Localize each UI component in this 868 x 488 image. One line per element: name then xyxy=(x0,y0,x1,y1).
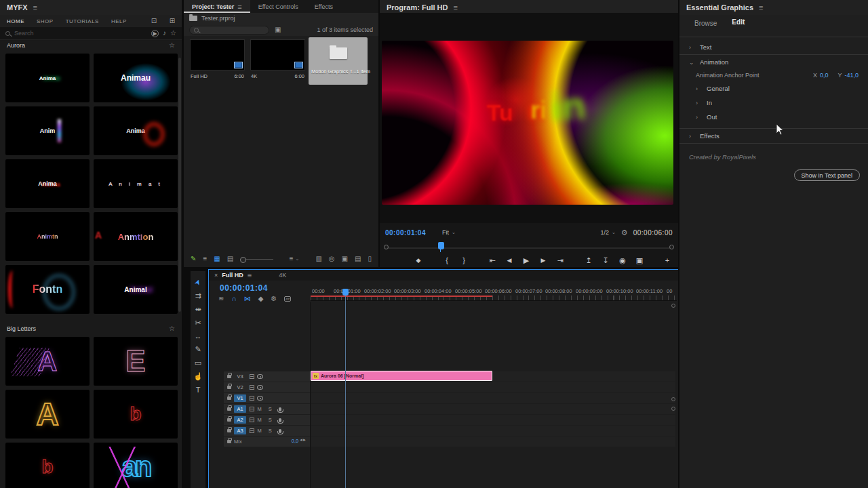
selection-tool[interactable]: ➤ xyxy=(193,278,203,287)
tab-edit[interactable]: Edit xyxy=(732,18,745,28)
panel-menu-icon[interactable]: ≡ xyxy=(759,3,763,12)
nav-tutorials[interactable]: TUTORIALS xyxy=(66,18,99,24)
project-item-4k[interactable]: 4K 6:00 xyxy=(248,37,307,85)
track-target-a2[interactable]: A2 xyxy=(234,416,246,424)
project-file-name[interactable]: Tester.prproj xyxy=(201,15,235,22)
step-forward-button[interactable]: ▶ xyxy=(538,257,549,264)
project-item-fullhd[interactable]: Full HD 6:00 xyxy=(188,37,247,85)
list-view-icon[interactable]: ≡ xyxy=(203,256,207,262)
sync-lock-icon[interactable]: ⊟ xyxy=(249,373,254,380)
solo-button[interactable]: S xyxy=(269,417,272,423)
mix-lane[interactable] xyxy=(311,436,675,447)
anchor-y-value[interactable]: -41,0 xyxy=(844,72,859,79)
track-header-a2[interactable]: A2 ⊟ M S xyxy=(224,415,310,425)
sync-lock-icon[interactable]: ⊟ xyxy=(249,428,254,434)
new-bin-icon[interactable]: ▣ xyxy=(342,256,348,262)
settings-wrench-icon[interactable]: ⚙ xyxy=(621,229,628,237)
rectangle-tool[interactable]: ▭ xyxy=(195,359,201,367)
track-target-v3[interactable]: V3 xyxy=(234,373,246,380)
template-thumbnail[interactable]: Fontn xyxy=(5,265,90,314)
program-video[interactable]: Tu ri in xyxy=(382,41,673,205)
tab-project[interactable]: Project: Tester ≡ xyxy=(184,0,250,13)
tab-browse[interactable]: Browse xyxy=(694,20,717,27)
lock-icon[interactable] xyxy=(227,429,231,432)
track-header-a1[interactable]: A1 ⊟ M S xyxy=(224,404,310,414)
template-thumbnail[interactable]: Animtn xyxy=(5,212,90,261)
template-thumbnail[interactable]: Anima xyxy=(5,54,90,102)
favorites-star-icon[interactable]: ☆ xyxy=(170,30,176,37)
template-thumbnail[interactable]: A xyxy=(5,337,90,386)
template-thumbnail[interactable]: E xyxy=(94,337,178,386)
track-target-a1[interactable]: A1 xyxy=(234,405,246,413)
show-in-text-panel-button[interactable]: Show in Text panel xyxy=(794,169,860,181)
thumbnail-zoom-slider[interactable] xyxy=(240,259,273,260)
scroll-dot[interactable] xyxy=(671,304,675,308)
mute-button[interactable]: M xyxy=(257,428,261,434)
template-thumbnail[interactable]: Anima xyxy=(5,159,90,208)
timeline-settings-icon[interactable]: ≋ xyxy=(218,296,224,302)
eg-row-animation[interactable]: ⌄ Animation xyxy=(679,55,868,69)
template-thumbnail[interactable]: A xyxy=(5,390,90,439)
program-position-timecode[interactable]: 00:00:01:04 xyxy=(385,229,426,237)
project-item-motion-graphics[interactable]: Motion Graphics T... 1 item xyxy=(309,37,368,85)
eg-row-general[interactable]: › General xyxy=(679,81,868,96)
scroll-dot[interactable] xyxy=(671,407,675,411)
myfx-search-input[interactable] xyxy=(14,30,147,37)
anchor-x-value[interactable]: 0,0 xyxy=(820,72,829,79)
timeline-ruler[interactable]: 00:00 00:00:01:00 00:00:02:00 00:00:03:0… xyxy=(311,286,677,301)
mark-out-button[interactable]: } xyxy=(458,256,469,264)
panel-menu-icon[interactable]: ≡ xyxy=(237,3,241,11)
button-editor-button[interactable]: + xyxy=(662,256,673,264)
myfx-menu-icon[interactable]: ≡ xyxy=(33,3,37,12)
sync-lock-icon[interactable]: ⊟ xyxy=(249,384,254,391)
timeline-tab-4k[interactable]: 4K xyxy=(279,272,286,279)
find-icon[interactable]: ◎ xyxy=(329,256,335,262)
lock-icon[interactable] xyxy=(227,440,231,443)
captions-icon[interactable]: cc xyxy=(284,296,291,302)
template-thumbnail[interactable]: b xyxy=(5,443,90,488)
track-header-mix[interactable]: Mix 0,0 ◄► xyxy=(224,436,310,447)
star-icon[interactable]: ☆ xyxy=(169,325,175,332)
hand-tool[interactable]: ☝ xyxy=(193,372,203,381)
voiceover-mic-icon[interactable] xyxy=(279,429,281,433)
a3-lane[interactable] xyxy=(311,426,675,436)
template-thumbnail[interactable]: Animau xyxy=(94,54,178,102)
template-thumbnail[interactable]: b xyxy=(94,390,178,439)
voiceover-mic-icon[interactable] xyxy=(279,407,281,411)
template-thumbnail[interactable]: A n i m a t xyxy=(94,159,178,208)
toggle-output-eye-icon[interactable] xyxy=(257,374,263,379)
scroll-dot[interactable] xyxy=(671,397,675,401)
template-thumbnail[interactable]: Anima xyxy=(94,106,178,155)
keyframe-nav-icon[interactable]: ◄► xyxy=(299,438,306,442)
razor-tool[interactable]: ✂ xyxy=(195,319,201,327)
voiceover-mic-icon[interactable] xyxy=(279,418,281,422)
sync-lock-icon[interactable]: ⊟ xyxy=(249,395,254,402)
export-frame-button[interactable]: ◉ xyxy=(617,256,628,265)
playback-resolution-dropdown[interactable]: 1/2 ⌄ xyxy=(600,229,615,236)
zoom-level-dropdown[interactable]: Fit ⌄ xyxy=(442,229,456,236)
project-search-field[interactable] xyxy=(189,26,269,35)
sound-icon[interactable]: ♪ xyxy=(163,30,166,37)
sync-lock-icon[interactable]: ⊟ xyxy=(249,406,254,413)
eg-row-out[interactable]: › Out xyxy=(679,110,868,124)
track-target-v2[interactable]: V2 xyxy=(234,384,246,391)
add-marker-button[interactable]: ◆ xyxy=(413,257,424,264)
v1-lane[interactable] xyxy=(311,393,675,403)
writable-icon[interactable]: ✎ xyxy=(191,256,196,262)
lift-button[interactable]: ↥ xyxy=(583,256,594,265)
nav-help[interactable]: HELP xyxy=(111,18,127,24)
snap-icon[interactable]: ∩ xyxy=(231,296,236,302)
track-target-a3[interactable]: A3 xyxy=(234,427,246,434)
play-button[interactable]: ▶ xyxy=(521,256,532,265)
solo-button[interactable]: S xyxy=(269,406,272,412)
tab-effect-controls[interactable]: Effect Controls xyxy=(250,0,307,13)
template-thumbnail[interactable]: Animal xyxy=(94,265,178,314)
extract-button[interactable]: ↧ xyxy=(600,256,611,265)
lock-icon[interactable] xyxy=(227,396,231,400)
a1-lane[interactable] xyxy=(311,404,675,414)
lock-icon[interactable] xyxy=(227,418,231,422)
scrubber-track[interactable] xyxy=(388,247,670,249)
track-target-v1[interactable]: V1 xyxy=(234,394,246,402)
step-back-button[interactable]: ◀ xyxy=(504,257,515,264)
a2-lane[interactable] xyxy=(311,415,675,425)
